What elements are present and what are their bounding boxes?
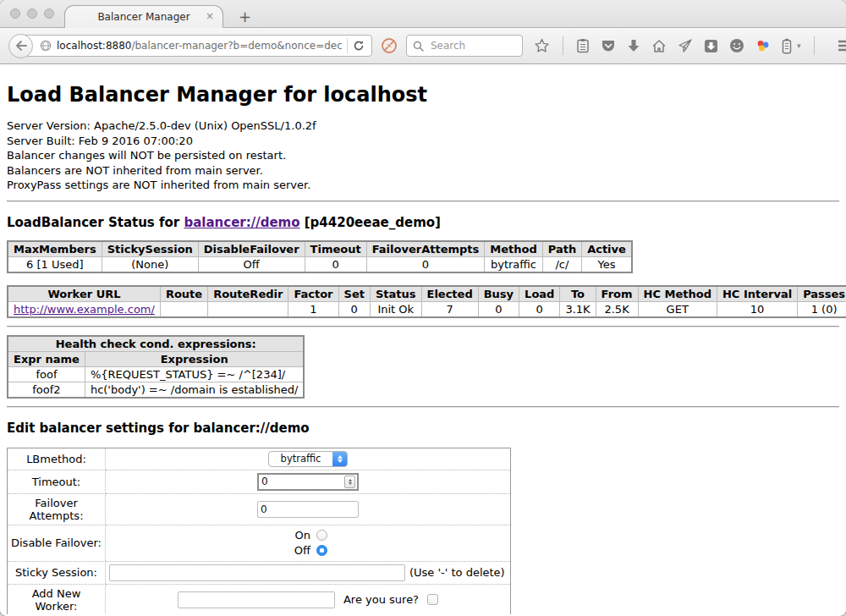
disable-failover-off-radio[interactable] (316, 545, 327, 556)
section-divider (7, 201, 839, 202)
bookmark-star-icon (534, 38, 550, 53)
add-worker-row: Add New Worker: Are you sure? (8, 584, 510, 615)
pocket-button[interactable] (601, 39, 616, 53)
number-stepper-icon[interactable] (344, 476, 355, 488)
url-bar[interactable]: localhost:8880/balancer-manager?b=demo&n… (20, 35, 372, 57)
reload-icon (353, 40, 365, 52)
lbmethod-label: LBmethod: (8, 448, 106, 470)
tab-close-icon[interactable]: × (206, 11, 214, 21)
worker-url-link[interactable]: http://www.example.com/ (14, 303, 155, 316)
sticky-session-row: Sticky Session: (Use '-' to delete) (8, 561, 510, 584)
table-header-row: MaxMembers StickySession DisableFailover… (8, 241, 632, 257)
menu-button[interactable] (838, 40, 846, 52)
table-row: 6 [1 Used] (None) Off 0 0 bytraffic /c/ … (8, 256, 632, 272)
minimize-window-button[interactable] (27, 8, 37, 19)
back-button[interactable] (8, 34, 33, 58)
overflow-chevron-icon[interactable]: ▾ (797, 41, 801, 50)
browser-tab[interactable]: Balancer Manager × (64, 5, 223, 28)
lbmethod-selected-value: bytraffic (269, 453, 332, 465)
failover-attempts-row: Failover Attempts: (8, 493, 510, 525)
lbmethod-row: LBmethod: bytraffic (8, 448, 510, 470)
worker-row: http://www.example.com/ 1 0 Init Ok 7 0 … (8, 301, 846, 317)
persist-warning-line: Balancer changes will NOT be persisted o… (7, 148, 839, 163)
install-addon-icon (704, 39, 718, 53)
select-stepper-icon (332, 451, 347, 467)
edit-balancer-form: LBmethod: bytraffic Timeout: 0 (7, 448, 511, 615)
add-worker-label: Add New Worker: (8, 584, 106, 615)
url-divider (347, 38, 348, 53)
disable-failover-on-radio[interactable] (316, 530, 327, 541)
page-title: Load Balancer Manager for localhost (7, 83, 839, 107)
table-header-row: Worker URL Route RouteRedir Factor Set S… (8, 286, 846, 302)
colorful-extension-button[interactable] (755, 38, 771, 53)
sticky-session-input[interactable] (109, 564, 405, 581)
downloads-icon (627, 39, 640, 53)
home-icon (651, 39, 667, 53)
worker-status-table: Worker URL Route RouteRedir Factor Set S… (7, 285, 846, 318)
zoom-window-button[interactable] (44, 8, 54, 19)
content-blocker-button[interactable] (381, 37, 398, 54)
timeout-row: Timeout: 0 (8, 470, 510, 493)
proxypass-inherit-line: ProxyPass settings are NOT inherited fro… (7, 178, 839, 193)
failover-attempts-input[interactable] (257, 501, 359, 518)
balancer-status-table: MaxMembers StickySession DisableFailover… (7, 240, 633, 273)
balancer-demo-link[interactable]: balancer://demo (184, 215, 299, 230)
tab-title: Balancer Manager (97, 11, 190, 23)
bookmark-star-button[interactable] (534, 38, 550, 53)
close-window-button[interactable] (10, 8, 20, 19)
failover-attempts-label: Failover Attempts: (8, 493, 106, 525)
toolbar-separator (563, 36, 563, 55)
tab-strip: Balancer Manager × + (0, 0, 846, 28)
search-input[interactable] (429, 39, 509, 52)
add-worker-input[interactable] (178, 591, 335, 608)
url-text[interactable]: localhost:8880/balancer-manager?b=demo&n… (57, 40, 342, 52)
content-blocker-icon (381, 37, 398, 54)
lbmethod-select[interactable]: bytraffic (268, 451, 348, 467)
timeout-input[interactable]: 0 (257, 473, 359, 491)
disable-failover-label: Disable Failover: (8, 525, 106, 561)
confirm-label: Are you sure? (343, 593, 419, 606)
expr-row: foof %{REQUEST_STATUS} =~ /^[234]/ (8, 366, 304, 382)
reading-list-button[interactable] (576, 38, 590, 53)
timeout-label: Timeout: (8, 470, 106, 493)
radio-on-label: On (288, 528, 310, 543)
radio-off-label: Off (288, 543, 310, 558)
hamburger-menu-icon (838, 40, 846, 52)
new-tab-button[interactable]: + (233, 8, 256, 25)
table-header-row: Expr name Expression (8, 351, 304, 366)
back-icon (15, 41, 27, 51)
search-bar[interactable] (406, 35, 523, 57)
install-addon-button[interactable] (704, 39, 718, 53)
section-divider (7, 326, 839, 327)
colorful-extension-icon (755, 38, 771, 53)
home-button[interactable] (651, 39, 667, 53)
url-host: localhost:8880 (57, 40, 131, 52)
url-path: /balancer-manager?b=demo&nonce=decc37be-… (131, 40, 342, 52)
navigation-toolbar: localhost:8880/balancer-manager?b=demo&n… (0, 28, 846, 64)
battery-extension-button[interactable] (782, 38, 792, 54)
search-icon (413, 41, 424, 52)
expr-row: foof2 hc('body') =~ /domain is establish… (8, 382, 304, 398)
browser-window: Balancer Manager × + localhost:8880/bala… (0, 0, 846, 616)
health-check-table: Health check cond. expressions: Expr nam… (7, 335, 305, 399)
server-info: Server Version: Apache/2.5.0-dev (Unix) … (7, 118, 839, 193)
balancers-inherit-line: Balancers are NOT inherited from main se… (7, 163, 839, 179)
server-version-line: Server Version: Apache/2.5.0-dev (Unix) … (7, 118, 839, 134)
traffic-lights (10, 8, 54, 19)
battery-extension-icon (782, 38, 792, 54)
toolbar-icons: ▾ (534, 36, 846, 55)
sticky-session-hint: (Use '-' to delete) (409, 566, 505, 579)
page-content: Load Balancer Manager for localhost Serv… (0, 64, 846, 614)
site-identity-globe-icon[interactable] (40, 40, 52, 52)
reading-list-icon (576, 38, 590, 53)
send-tab-icon (678, 39, 693, 53)
status-heading: LoadBalancer Status for balancer://demo … (7, 215, 839, 230)
pocket-icon (601, 39, 616, 53)
downloads-button[interactable] (627, 39, 640, 53)
toolbar-separator-2 (814, 36, 815, 55)
reload-button[interactable] (353, 40, 371, 52)
confirm-checkbox[interactable] (427, 594, 438, 605)
send-tab-button[interactable] (678, 39, 693, 53)
feedback-button[interactable] (729, 38, 744, 53)
edit-settings-heading: Edit balancer settings for balancer://de… (7, 421, 839, 436)
